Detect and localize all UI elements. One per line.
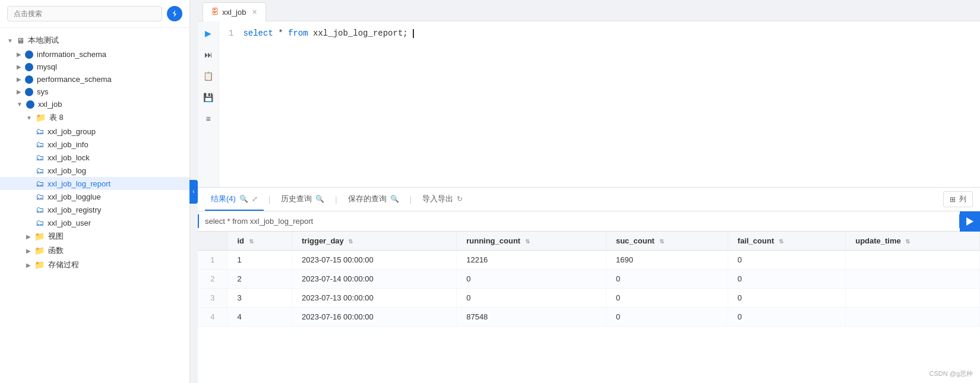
run-selection-button[interactable]: ⏭ xyxy=(201,48,216,62)
code-text-1: select * from xxl_job_log_report; xyxy=(243,29,414,38)
svg-marker-1 xyxy=(966,217,973,226)
sort-icon-update_time: ⇅ xyxy=(905,238,910,245)
sidebar-item-xxl_job_registry[interactable]: 🗂 xxl_job_registry xyxy=(0,203,189,216)
table-row: 4 4 2023-07-16 00:00:00 87548 0 0 xyxy=(198,308,980,327)
db-name: mysql xyxy=(37,62,57,71)
cell-update_time xyxy=(846,270,980,289)
sidebar-item-procedures[interactable]: ▶ 📁 存储过程 xyxy=(0,258,189,272)
root-icon: 🖥 xyxy=(17,36,24,45)
db-icon xyxy=(25,75,33,84)
sidebar-item-xxl_job_info[interactable]: 🗂 xxl_job_info xyxy=(0,138,189,151)
table-icon: 🗂 xyxy=(36,179,44,188)
col-suc_count[interactable]: suc_count ⇅ xyxy=(606,232,728,251)
editor-tab-xxl_job[interactable]: 🗄 xxl_job ✕ xyxy=(203,2,266,21)
sidebar-item-xxl_job_log_report[interactable]: 🗂 xxl_job_log_report xyxy=(0,177,189,190)
table-row: 1 1 2023-07-15 00:00:00 12216 1690 0 xyxy=(198,251,980,270)
sidebar-item-xxl_job[interactable]: ▼ xxl_job xyxy=(0,98,189,110)
sidebar-item-mysql[interactable]: ▶ mysql xyxy=(0,61,189,73)
sidebar-item-information_schema[interactable]: ▶ information_schema xyxy=(0,48,189,61)
chevron-right: ▶ xyxy=(17,88,21,95)
search-icon-history[interactable]: 🔍 xyxy=(315,195,324,203)
tab-close-icon[interactable]: ✕ xyxy=(252,8,257,16)
sidebar-item-xxl_job_lock[interactable]: 🗂 xxl_job_lock xyxy=(0,151,189,164)
col-update_time[interactable]: update_time ⇅ xyxy=(846,232,980,251)
results-tab-results[interactable]: 结果(4) 🔍 ⤢ xyxy=(205,188,264,211)
sidebar-item-xxl_job_log[interactable]: 🗂 xxl_job_log xyxy=(0,164,189,177)
sidebar-item-sys[interactable]: ▶ sys xyxy=(0,86,189,98)
cell-running_count: 0 xyxy=(457,270,606,289)
sidebar-item-tables-group[interactable]: ▼ 📁 表 8 xyxy=(0,110,189,125)
table-name: xxl_job_info xyxy=(48,140,88,149)
table-name: xxl_job_registry xyxy=(48,205,101,214)
format-button[interactable]: ≡ xyxy=(201,112,216,126)
sidebar: ▼ 🖥 本地测试 ▶ information_schema ▶ mysql ▶ … xyxy=(0,0,190,383)
chevron-right: ▶ xyxy=(26,248,31,254)
cell-id: 4 xyxy=(227,308,292,327)
filter-run-button[interactable] xyxy=(960,211,980,232)
views-label: 视图 xyxy=(48,231,64,242)
tables-group-label: 表 8 xyxy=(49,112,64,123)
expand-icon-results[interactable]: ⤢ xyxy=(252,195,258,203)
sidebar-item-performance_schema[interactable]: ▶ performance_schema xyxy=(0,73,189,86)
editor-toolbar: ▶ ⏭ 📋 💾 ≡ xyxy=(198,21,219,187)
search-input[interactable] xyxy=(7,6,162,21)
svg-marker-0 xyxy=(173,10,176,17)
table-header-row: id ⇅ trigger_day ⇅ running_count ⇅ suc_c… xyxy=(198,232,980,251)
history-tab-label: 历史查询 xyxy=(281,194,312,204)
table-name: xxl_job_log_report xyxy=(48,179,110,188)
sort-icon-running_count: ⇅ xyxy=(525,238,530,245)
tab-label: xxl_job xyxy=(222,8,246,17)
table-body: 1 1 2023-07-15 00:00:00 12216 1690 0 2 2… xyxy=(198,251,980,327)
cell-suc_count: 0 xyxy=(606,289,728,308)
tree-root[interactable]: ▼ 🖥 本地测试 xyxy=(0,33,189,48)
table-name: xxl_job_group xyxy=(48,127,96,136)
search-icon-results[interactable]: 🔍 xyxy=(239,195,248,203)
db-icon xyxy=(25,63,33,71)
code-line-1: 1 select * from xxl_job_log_report; xyxy=(229,29,970,38)
cell-suc_count: 0 xyxy=(606,270,728,289)
procedures-label: 存储过程 xyxy=(48,259,79,270)
editor-area: ▶ ⏭ 📋 💾 ≡ 1 select * from xxl_job_log_re… xyxy=(198,21,980,188)
table-icon: 🗂 xyxy=(36,126,44,136)
cell-rownum: 4 xyxy=(198,308,227,327)
explain-button[interactable]: 📋 xyxy=(201,69,216,83)
filter-bar xyxy=(198,211,980,232)
search-icon-saved[interactable]: 🔍 xyxy=(390,195,399,203)
filter-input[interactable] xyxy=(198,214,960,228)
refresh-icon[interactable]: ↻ xyxy=(457,195,463,203)
tab-db-icon: 🗄 xyxy=(211,8,219,16)
tab-divider-3: | xyxy=(410,195,412,204)
table-row: 2 2 2023-07-14 00:00:00 0 0 0 xyxy=(198,270,980,289)
cell-fail_count: 0 xyxy=(728,289,845,308)
col-running_count[interactable]: running_count ⇅ xyxy=(457,232,606,251)
columns-button[interactable]: ⊞ 列 xyxy=(943,191,973,207)
sidebar-item-xxl_job_user[interactable]: 🗂 xxl_job_user xyxy=(0,216,189,229)
table-icon: 🗂 xyxy=(36,218,44,227)
sort-icon-fail_count: ⇅ xyxy=(779,238,783,245)
col-trigger_day[interactable]: trigger_day ⇅ xyxy=(292,232,457,251)
folder-icon: 📁 xyxy=(34,260,45,270)
results-panel: 结果(4) 🔍 ⤢ | 历史查询 🔍 | 保存的查询 🔍 | 导入导出 ↻ ⊞ … xyxy=(198,188,980,383)
table-icon: 🗂 xyxy=(36,192,44,201)
cell-running_count: 12216 xyxy=(457,251,606,270)
chevron-down: ▼ xyxy=(26,115,32,121)
results-tab-saved[interactable]: 保存的查询 🔍 xyxy=(342,188,405,211)
editor-content[interactable]: 1 select * from xxl_job_log_report; xyxy=(219,21,980,187)
run-button[interactable]: ▶ xyxy=(201,26,216,40)
sidebar-collapse-button[interactable]: ‹ xyxy=(189,180,198,204)
chevron-down: ▼ xyxy=(17,101,23,107)
sidebar-item-xxl_job_group[interactable]: 🗂 xxl_job_group xyxy=(0,125,189,138)
chevron-right: ▶ xyxy=(26,233,31,240)
results-tab-import-export[interactable]: 导入导出 ↻ xyxy=(416,188,469,211)
col-fail_count[interactable]: fail_count ⇅ xyxy=(728,232,845,251)
cell-fail_count: 0 xyxy=(728,308,845,327)
sidebar-item-xxl_job_logglue[interactable]: 🗂 xxl_job_logglue xyxy=(0,190,189,203)
search-icon-btn[interactable] xyxy=(167,6,182,21)
results-tab-history[interactable]: 历史查询 🔍 xyxy=(275,188,330,211)
import-export-tab-label: 导入导出 xyxy=(422,194,453,204)
sidebar-item-views[interactable]: ▶ 📁 视图 xyxy=(0,229,189,243)
functions-label: 函数 xyxy=(48,245,64,256)
sidebar-item-functions[interactable]: ▶ 📁 函数 xyxy=(0,243,189,258)
save-button[interactable]: 💾 xyxy=(201,90,216,105)
col-id[interactable]: id ⇅ xyxy=(227,232,292,251)
